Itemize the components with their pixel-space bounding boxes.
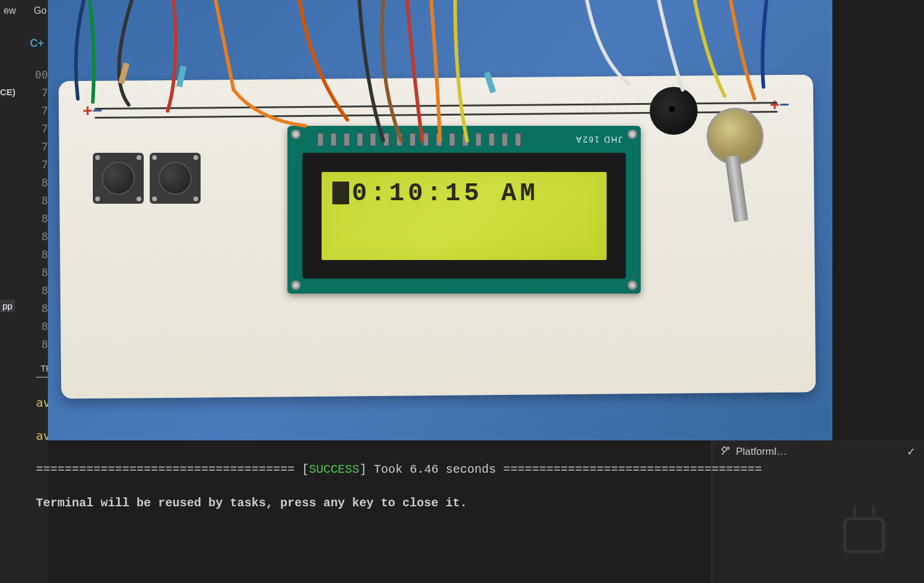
open-file-fragment[interactable]: pp xyxy=(0,300,15,312)
lcd-screen: 0:10:15 AM xyxy=(322,172,606,260)
editor-tab-strip: C+ xyxy=(18,33,44,54)
check-icon: ✓ xyxy=(907,445,916,458)
explorer-section-fragment: CE) xyxy=(0,87,16,97)
lcd-bezel: 0:10:15 AM xyxy=(302,153,626,279)
platformio-logo-icon xyxy=(828,517,900,577)
plus-sign-icon: + xyxy=(83,101,93,120)
potentiometer xyxy=(707,108,764,165)
camera-overlay: + − + − JHD 162A xyxy=(48,0,832,440)
lcd-model-label: JHD 162A xyxy=(575,135,623,144)
editor-line-numbers: 00 7 7 7 7 7 8 8 8 8 8 8 8 8 8 8 xyxy=(33,66,48,354)
menu-item-go[interactable]: Go xyxy=(30,3,50,19)
terminal-success-line: ==================================== [SU… xyxy=(36,461,822,478)
lcd-line-1: 0:10:15 AM xyxy=(332,179,595,208)
lcd-module: JHD 162A 0:10:15 AM xyxy=(287,126,641,294)
menu-bar: ew Go xyxy=(0,0,50,21)
push-button-2 xyxy=(150,153,201,204)
lcd-cursor-block xyxy=(332,182,349,204)
piezo-buzzer xyxy=(650,87,698,135)
minus-sign-icon: − xyxy=(780,95,790,114)
push-button-1 xyxy=(93,153,144,204)
plus-sign-icon: + xyxy=(770,95,780,114)
lcd-header-pins xyxy=(317,133,521,146)
terminal-reuse-line: Terminal will be reused by tasks, press … xyxy=(36,495,822,512)
minus-sign-icon: − xyxy=(92,101,102,120)
terminal-output[interactable]: ==================================== [SU… xyxy=(36,440,822,512)
menu-item-view[interactable]: ew xyxy=(0,3,19,19)
cpp-file-icon: C+ xyxy=(30,37,44,50)
